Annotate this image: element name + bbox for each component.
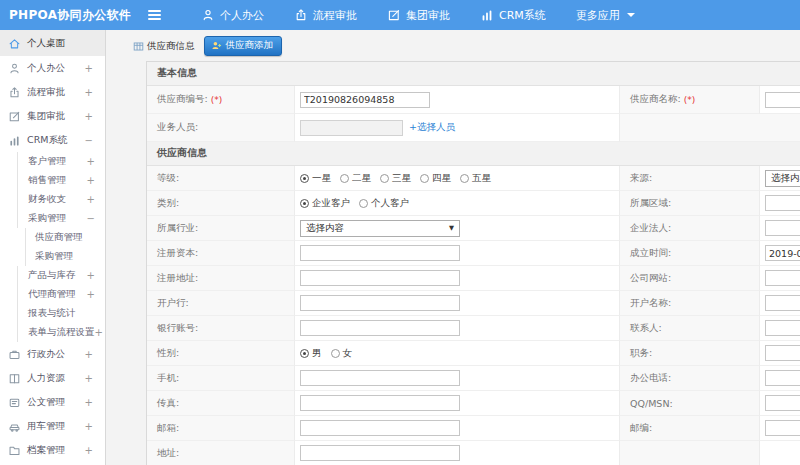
supplier-code-input[interactable] bbox=[300, 92, 430, 108]
postcode-input[interactable] bbox=[765, 420, 800, 436]
label-text: 来源: bbox=[630, 172, 652, 185]
tab-label: 供应商信息 bbox=[147, 40, 195, 53]
company-website-input[interactable] bbox=[765, 270, 800, 286]
category-radio-group-option[interactable]: 企业客户 bbox=[300, 197, 350, 210]
expand-toggle-icon: + bbox=[87, 270, 95, 281]
qq-msn-input[interactable] bbox=[765, 395, 800, 411]
sidebar-item-human-resources[interactable]: 人力资源+ bbox=[0, 366, 105, 390]
sidebar-item-finance-income-expense[interactable]: 财务收支+ bbox=[17, 190, 105, 209]
level-radio-group-option[interactable]: 二星 bbox=[340, 172, 371, 185]
topnav-group-approval[interactable]: 集团审批 bbox=[387, 8, 450, 23]
personal-office-icon bbox=[8, 62, 21, 75]
form-field bbox=[760, 86, 800, 114]
expand-toggle-icon: + bbox=[85, 397, 93, 408]
select-person-link[interactable]: +选择人员 bbox=[409, 121, 455, 134]
sidebar-item-vehicle-mgmt[interactable]: 用车管理+ bbox=[0, 414, 105, 438]
business-person-input[interactable] bbox=[300, 120, 403, 136]
region-input[interactable] bbox=[765, 195, 800, 211]
sidebar-item-crm-system[interactable]: CRM系统− bbox=[0, 128, 105, 152]
form-label: 注册地址: bbox=[147, 266, 295, 291]
mobile-input[interactable] bbox=[300, 370, 460, 386]
category-radio-group-option[interactable]: 个人客户 bbox=[359, 197, 409, 210]
sidebar-item-workflow-approval[interactable]: 流程审批+ bbox=[0, 80, 105, 104]
topnav-workflow-approval[interactable]: 流程审批 bbox=[294, 8, 357, 23]
email-input[interactable] bbox=[300, 420, 460, 436]
topnav-crm-system[interactable]: CRM系统 bbox=[480, 8, 546, 23]
office-phone-input[interactable] bbox=[765, 370, 800, 386]
sidebar-item-form-workflow-settings[interactable]: 表单与流程设置+ bbox=[17, 323, 105, 342]
sidebar-item-personal-office[interactable]: 个人办公+ bbox=[0, 56, 105, 80]
expand-toggle-icon: + bbox=[87, 194, 95, 205]
establish-date-input[interactable] bbox=[765, 245, 800, 261]
form-field bbox=[760, 341, 800, 366]
topnav-personal-office[interactable]: 个人办公 bbox=[201, 8, 264, 23]
sidebar-item-archive-mgmt[interactable]: 档案管理+ bbox=[0, 438, 105, 462]
radio-icon bbox=[380, 174, 389, 183]
form-field: 选择内容▼ bbox=[760, 166, 800, 191]
vehicle-mgmt-icon bbox=[8, 420, 21, 433]
label-text: 传真: bbox=[157, 397, 179, 410]
form-label: 开户行: bbox=[147, 291, 295, 316]
human-resources-icon bbox=[8, 372, 21, 385]
fax-input[interactable] bbox=[300, 395, 460, 411]
sidebar-item-purchase-mgmt-sub[interactable]: 采购管理 bbox=[25, 247, 105, 266]
sidebar-item-purchase-mgmt[interactable]: 采购管理− bbox=[17, 209, 105, 228]
registered-capital-input[interactable] bbox=[300, 245, 460, 261]
address-input[interactable] bbox=[300, 445, 460, 461]
level-radio-group-option[interactable]: 一星 bbox=[300, 172, 331, 185]
source-select[interactable]: 选择内容▼ bbox=[765, 170, 800, 187]
sidebar-item-personal-desktop[interactable]: 个人桌面 bbox=[0, 30, 105, 56]
topnav-more-apps[interactable]: 更多应用 bbox=[576, 8, 635, 23]
label-text: 等级: bbox=[157, 172, 179, 185]
tab-bar: 供应商信息供应商添加 bbox=[106, 30, 800, 61]
content-area: 供应商信息供应商添加 基本信息供应商编号:(*)供应商名称:(*)业务人员:+选… bbox=[106, 30, 800, 465]
sidebar-item-sales-mgmt[interactable]: 销售管理+ bbox=[17, 171, 105, 190]
sidebar-item-reports-stats[interactable]: 报表与统计 bbox=[17, 304, 105, 323]
radio-icon bbox=[420, 174, 429, 183]
expand-toggle-icon: + bbox=[87, 175, 95, 186]
industry-select[interactable]: 选择内容▼ bbox=[300, 220, 460, 237]
form-field: 企业客户个人客户 bbox=[295, 191, 620, 216]
account-name-input[interactable] bbox=[765, 295, 800, 311]
sidebar: 个人桌面个人办公+流程审批+集团审批+CRM系统−客户管理+销售管理+财务收支+… bbox=[0, 30, 106, 465]
sidebar-item-admin-office[interactable]: 行政办公+ bbox=[0, 342, 105, 366]
sidebar-item-label: 集团审批 bbox=[27, 110, 65, 123]
gender-radio-group-option[interactable]: 女 bbox=[331, 347, 353, 360]
personal-office-icon bbox=[201, 8, 215, 22]
form-field: 一星二星三星四星五星 bbox=[295, 166, 620, 191]
bank-branch-input[interactable] bbox=[300, 295, 460, 311]
sidebar-item-label: CRM系统 bbox=[27, 134, 67, 147]
supplier-add-tab[interactable]: 供应商添加 bbox=[204, 36, 283, 56]
form-label: QQ/MSN: bbox=[620, 391, 760, 416]
sidebar-item-supplier-mgmt[interactable]: 供应商管理 bbox=[25, 228, 105, 247]
sidebar-item-label: 用车管理 bbox=[27, 420, 65, 433]
sidebar-item-label: 行政办公 bbox=[27, 348, 65, 361]
gender-radio-group-option[interactable]: 男 bbox=[300, 347, 322, 360]
supplier-info-tab[interactable]: 供应商信息 bbox=[133, 40, 195, 53]
group-approval-icon bbox=[8, 110, 21, 123]
sidebar-item-group-approval[interactable]: 集团审批+ bbox=[0, 104, 105, 128]
app-brand: PHPOA协同办公软件 bbox=[0, 7, 132, 24]
sidebar-item-product-inventory[interactable]: 产品与库存+ bbox=[17, 266, 105, 285]
legal-person-input[interactable] bbox=[765, 220, 800, 236]
form-field bbox=[295, 241, 620, 266]
registered-address-input[interactable] bbox=[300, 270, 460, 286]
sidebar-item-customer-mgmt[interactable]: 客户管理+ bbox=[17, 152, 105, 171]
contact-person-input[interactable] bbox=[765, 320, 800, 336]
hamburger-menu-icon[interactable] bbox=[148, 10, 161, 20]
radio-label: 四星 bbox=[432, 172, 451, 185]
level-radio-group-option[interactable]: 三星 bbox=[380, 172, 411, 185]
expand-toggle-icon: + bbox=[87, 289, 95, 300]
supplier-name-input[interactable] bbox=[765, 92, 800, 108]
level-radio-group-option[interactable]: 五星 bbox=[460, 172, 491, 185]
bank-account-input[interactable] bbox=[300, 320, 460, 336]
sidebar-item-official-doc-mgmt[interactable]: 公文管理+ bbox=[0, 390, 105, 414]
label-text: 开户名称: bbox=[630, 297, 671, 310]
label-text: 开户行: bbox=[157, 297, 189, 310]
job-title-input[interactable] bbox=[765, 345, 800, 361]
sidebar-item-agent-mgmt[interactable]: 代理商管理+ bbox=[17, 285, 105, 304]
radio-label: 个人客户 bbox=[371, 197, 409, 210]
select-value: 选择内容 bbox=[306, 222, 344, 235]
form-grid: 基本信息供应商编号:(*)供应商名称:(*)业务人员:+选择人员供应商信息等级:… bbox=[147, 62, 800, 465]
level-radio-group-option[interactable]: 四星 bbox=[420, 172, 451, 185]
